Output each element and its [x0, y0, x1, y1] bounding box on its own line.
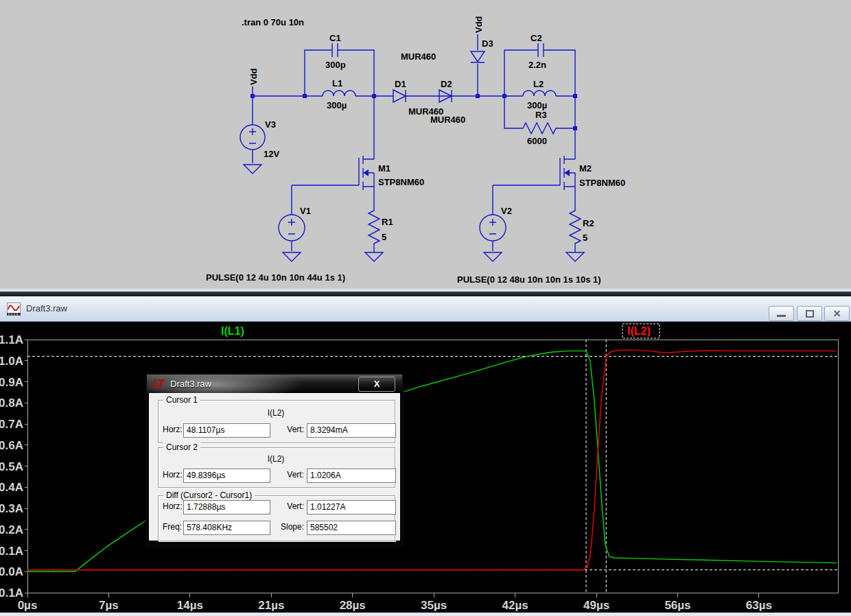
x-tick-label: 42µs: [502, 599, 528, 612]
r3-name[interactable]: R3: [535, 110, 547, 120]
mdi-separator: [0, 292, 851, 296]
v1-name[interactable]: V1: [300, 206, 311, 216]
r1-value[interactable]: 5: [382, 232, 386, 242]
ltspice-logo-icon: [153, 378, 165, 389]
x-tick-label: 35µs: [421, 599, 447, 612]
x-tick-label: 0µs: [18, 599, 38, 612]
cursor2-vert-field[interactable]: 1.0206A: [307, 469, 396, 483]
l2-value[interactable]: 300µ: [527, 100, 547, 110]
d3-name[interactable]: D3: [482, 38, 493, 49]
diff-slope-field[interactable]: 585502: [307, 521, 396, 535]
net-label-vdd-left[interactable]: Vdd: [248, 68, 259, 85]
c1-name[interactable]: C1: [329, 33, 341, 43]
c2-name[interactable]: C2: [531, 33, 542, 43]
schematic-canvas[interactable]: .tran 0 70u 10n Vdd Vdd V3 12V C1 300p L…: [0, 0, 851, 289]
m1-model[interactable]: STP8NM60: [378, 177, 424, 187]
cursor1-vert-label: Vert:: [277, 425, 304, 436]
diff-slope-label: Slope:: [272, 522, 304, 533]
c2-value[interactable]: 2.2n: [528, 60, 546, 70]
l1-value[interactable]: 300µ: [327, 100, 347, 110]
cursor-dialog-close-button[interactable]: X: [358, 377, 395, 392]
close-window-button[interactable]: ✕: [824, 306, 850, 321]
v1-value[interactable]: PULSE(0 12 4u 10n 10n 44u 1s 1): [206, 272, 345, 283]
cursor2-group-label: Cursor 2: [163, 442, 200, 452]
diff-freq-field[interactable]: 578.408KHz: [183, 521, 270, 535]
m2-name[interactable]: M2: [579, 163, 592, 174]
restore-icon: [806, 310, 814, 318]
d1-name[interactable]: D1: [395, 79, 406, 89]
v2-value[interactable]: PULSE(0 12 48u 10n 10n 1s 10s 1): [457, 274, 601, 285]
x-tick-label: 14µs: [177, 599, 203, 612]
close-icon: ✕: [825, 307, 849, 320]
cursor1-horz-field[interactable]: 48.1107µs: [183, 423, 270, 438]
diff-horz-field[interactable]: 1.72888µs: [183, 500, 270, 514]
restore-button[interactable]: [797, 306, 822, 321]
y-tick-label: 0.2A: [0, 523, 23, 536]
y-tick-label: 0.0A: [0, 565, 23, 578]
x-tick-label: 28µs: [340, 599, 366, 612]
r2-value[interactable]: 5: [583, 233, 587, 243]
y-tick-label: 0.5A: [0, 460, 23, 473]
schematic-labels: .tran 0 70u 10n Vdd Vdd V3 12V C1 300p L…: [206, 16, 625, 285]
v3-name[interactable]: V3: [265, 119, 276, 130]
waveform-window-icon: [7, 303, 21, 316]
cursor-dialog-title: Draft3.raw: [170, 379, 211, 389]
spice-directive[interactable]: .tran 0 70u 10n: [242, 17, 304, 27]
y-tick-label: -0.1A: [0, 587, 23, 600]
d3-model[interactable]: MUR460: [401, 51, 436, 62]
y-tick-label: 0.7A: [0, 418, 23, 431]
cursor2-signal: I(L2): [158, 454, 394, 464]
r1-name[interactable]: R1: [382, 217, 393, 227]
minimize-button[interactable]: [769, 306, 794, 321]
y-tick-label: 0.6A: [0, 439, 23, 452]
y-tick-label: 0.8A: [0, 396, 23, 410]
diff-freq-label: Freq:: [163, 522, 182, 533]
cursor2-vert-label: Vert:: [277, 470, 304, 481]
minimize-icon: [777, 315, 786, 317]
cursor1-signal: I(L2): [158, 408, 394, 418]
diff-horz-label: Horz:: [163, 501, 183, 512]
y-tick-label: 1.1A: [0, 333, 23, 346]
cursor1-horz-label: Horz:: [163, 425, 183, 436]
diff-vert-label: Vert:: [277, 501, 304, 512]
ltspice-app: { "window": { "title": "Draft3.raw" }, "…: [0, 0, 851, 616]
cursor-dialog-titlebar[interactable]: Draft3.raw X: [147, 375, 402, 393]
legend-I(L2)[interactable]: I(L2): [627, 325, 651, 337]
window-title: Draft3.raw: [26, 303, 67, 313]
cursor-dialog: Draft3.raw X Cursor 1 I(L2) Horz: 48.110…: [145, 373, 404, 546]
diff-vert-field[interactable]: 1.01227A: [307, 500, 396, 514]
x-tick-label: 56µs: [664, 599, 690, 612]
l2-name[interactable]: L2: [533, 79, 544, 89]
legend-I(L1)[interactable]: I(L1): [221, 325, 244, 337]
cursor1-group-label: Cursor 1: [163, 395, 200, 405]
window-frame-bottom: [0, 613, 851, 616]
x-tick-label: 7µs: [99, 599, 119, 612]
r2-name[interactable]: R2: [583, 218, 594, 228]
cursor2-horz-field[interactable]: 49.8396µs: [183, 469, 270, 483]
x-tick-label: 21µs: [258, 599, 284, 612]
y-tick-label: 0.9A: [0, 376, 23, 389]
waveform-plot[interactable]: 1.1A1.0A0.9A0.8A0.7A0.6A0.5A0.4A0.3A0.2A…: [0, 322, 851, 616]
y-tick-label: 0.3A: [0, 502, 23, 515]
v2-name[interactable]: V2: [501, 206, 512, 216]
m1-name[interactable]: M1: [378, 163, 390, 174]
net-label-vdd-right[interactable]: Vdd: [474, 16, 484, 33]
schematic-drawing: .tran 0 70u 10n Vdd Vdd V3 12V C1 300p L…: [0, 0, 851, 289]
m2-model[interactable]: STP8NM60: [579, 178, 625, 188]
d2-model[interactable]: MUR460: [430, 115, 465, 125]
y-tick-label: 0.4A: [0, 481, 23, 494]
v3-value[interactable]: 12V: [264, 149, 279, 159]
x-tick-label: 63µs: [746, 599, 772, 612]
l1-name[interactable]: L1: [332, 78, 342, 88]
y-tick-label: 1.0A: [0, 355, 23, 368]
cursor-dialog-body: Cursor 1 I(L2) Horz: 48.1107µs Vert: 8.3…: [149, 393, 400, 541]
y-tick-label: 0.1A: [0, 545, 23, 558]
r3-value[interactable]: 6000: [527, 136, 547, 146]
x-tick-label: 49µs: [583, 599, 609, 612]
diff-group-label: Diff (Cursor2 - Cursor1): [163, 490, 255, 500]
d2-name[interactable]: D2: [441, 79, 452, 89]
c1-value[interactable]: 300p: [325, 60, 346, 70]
cursor1-vert-field[interactable]: 8.3294mA: [307, 423, 396, 438]
waveform-window-titlebar[interactable]: Draft3.raw ✕: [0, 296, 851, 322]
cursor2-horz-label: Horz:: [163, 470, 183, 481]
